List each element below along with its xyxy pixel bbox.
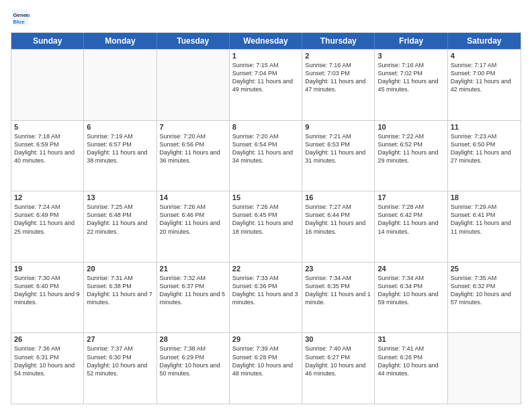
svg-text:Blue: Blue <box>13 19 26 25</box>
cal-cell-1-0: 5Sunrise: 7:18 AMSunset: 6:59 PMDaylight… <box>11 121 84 191</box>
cal-cell-2-4: 16Sunrise: 7:27 AMSunset: 6:44 PMDayligh… <box>302 191 375 262</box>
day-info: Sunrise: 7:15 AMSunset: 7:04 PMDaylight:… <box>232 61 299 94</box>
day-info: Sunrise: 7:32 AMSunset: 6:37 PMDaylight:… <box>160 274 226 307</box>
day-number: 7 <box>160 123 226 131</box>
day-info: Sunrise: 7:36 AMSunset: 6:31 PMDaylight:… <box>14 345 81 377</box>
day-number: 26 <box>14 335 81 343</box>
day-number: 31 <box>378 335 444 343</box>
header-cell-friday: Friday <box>375 33 447 49</box>
logo-icon: General Blue <box>11 8 30 27</box>
day-number: 4 <box>451 52 518 60</box>
day-info: Sunrise: 7:39 AMSunset: 6:28 PMDaylight:… <box>232 345 299 377</box>
day-info: Sunrise: 7:30 AMSunset: 6:40 PMDaylight:… <box>14 274 81 307</box>
cal-row-1: 5Sunrise: 7:18 AMSunset: 6:59 PMDaylight… <box>11 120 521 191</box>
day-info: Sunrise: 7:24 AMSunset: 6:49 PMDaylight:… <box>14 203 81 236</box>
day-info: Sunrise: 7:40 AMSunset: 6:27 PMDaylight:… <box>305 345 371 377</box>
calendar-header-row: SundayMondayTuesdayWednesdayThursdayFrid… <box>11 33 521 49</box>
cal-row-0: 1Sunrise: 7:15 AMSunset: 7:04 PMDaylight… <box>11 49 521 120</box>
cal-row-3: 19Sunrise: 7:30 AMSunset: 6:40 PMDayligh… <box>11 262 521 333</box>
day-number: 14 <box>160 193 226 201</box>
day-info: Sunrise: 7:34 AMSunset: 6:35 PMDaylight:… <box>305 274 371 307</box>
cal-cell-2-2: 14Sunrise: 7:26 AMSunset: 6:46 PMDayligh… <box>157 191 230 262</box>
day-number: 11 <box>451 123 518 131</box>
header-cell-saturday: Saturday <box>448 33 521 49</box>
day-info: Sunrise: 7:19 AMSunset: 6:57 PMDaylight:… <box>87 132 153 165</box>
day-number: 8 <box>232 123 299 131</box>
cal-cell-2-0: 12Sunrise: 7:24 AMSunset: 6:49 PMDayligh… <box>11 191 84 262</box>
day-info: Sunrise: 7:25 AMSunset: 6:48 PMDaylight:… <box>87 203 153 236</box>
cal-cell-4-0: 26Sunrise: 7:36 AMSunset: 6:31 PMDayligh… <box>11 333 84 404</box>
day-number: 6 <box>87 123 153 131</box>
header-cell-thursday: Thursday <box>302 33 375 49</box>
cal-row-4: 26Sunrise: 7:36 AMSunset: 6:31 PMDayligh… <box>11 332 521 404</box>
day-number: 2 <box>305 52 371 60</box>
day-info: Sunrise: 7:37 AMSunset: 6:30 PMDaylight:… <box>87 345 153 377</box>
day-info: Sunrise: 7:20 AMSunset: 6:56 PMDaylight:… <box>160 132 226 165</box>
cal-row-2: 12Sunrise: 7:24 AMSunset: 6:49 PMDayligh… <box>11 191 521 262</box>
cal-cell-0-0 <box>11 50 84 120</box>
calendar-body: 1Sunrise: 7:15 AMSunset: 7:04 PMDaylight… <box>11 49 521 404</box>
cal-cell-3-3: 22Sunrise: 7:33 AMSunset: 6:36 PMDayligh… <box>230 263 302 333</box>
day-number: 23 <box>305 265 371 273</box>
page: General Blue SundayMondayTuesdayWednesda… <box>0 0 532 411</box>
day-number: 29 <box>232 335 299 343</box>
day-info: Sunrise: 7:34 AMSunset: 6:34 PMDaylight:… <box>378 274 444 307</box>
day-number: 17 <box>378 193 444 201</box>
cal-cell-0-6: 4Sunrise: 7:17 AMSunset: 7:00 PMDaylight… <box>448 50 521 120</box>
day-number: 16 <box>305 193 371 201</box>
day-number: 9 <box>305 123 371 131</box>
cal-cell-2-1: 13Sunrise: 7:25 AMSunset: 6:48 PMDayligh… <box>84 191 157 262</box>
day-number: 28 <box>160 335 226 343</box>
day-number: 15 <box>232 193 299 201</box>
day-info: Sunrise: 7:29 AMSunset: 6:41 PMDaylight:… <box>451 203 518 236</box>
logo: General Blue <box>11 8 32 27</box>
day-info: Sunrise: 7:33 AMSunset: 6:36 PMDaylight:… <box>232 274 299 307</box>
header-cell-monday: Monday <box>84 33 157 49</box>
cal-cell-1-5: 10Sunrise: 7:22 AMSunset: 6:52 PMDayligh… <box>375 121 447 191</box>
cal-cell-1-4: 9Sunrise: 7:21 AMSunset: 6:53 PMDaylight… <box>302 121 375 191</box>
cal-cell-4-6 <box>448 333 521 404</box>
day-info: Sunrise: 7:18 AMSunset: 6:59 PMDaylight:… <box>14 132 81 165</box>
day-number: 27 <box>87 335 153 343</box>
cal-cell-2-5: 17Sunrise: 7:28 AMSunset: 6:42 PMDayligh… <box>375 191 447 262</box>
cal-cell-2-3: 15Sunrise: 7:26 AMSunset: 6:45 PMDayligh… <box>230 191 302 262</box>
day-number: 5 <box>14 123 81 131</box>
day-number: 25 <box>451 265 518 273</box>
day-info: Sunrise: 7:31 AMSunset: 6:38 PMDaylight:… <box>87 274 153 307</box>
header: General Blue <box>11 8 521 27</box>
day-number: 3 <box>378 52 444 60</box>
cal-cell-3-4: 23Sunrise: 7:34 AMSunset: 6:35 PMDayligh… <box>302 263 375 333</box>
cal-cell-0-2 <box>157 50 230 120</box>
day-info: Sunrise: 7:38 AMSunset: 6:29 PMDaylight:… <box>160 345 226 377</box>
day-info: Sunrise: 7:28 AMSunset: 6:42 PMDaylight:… <box>378 203 444 236</box>
header-cell-wednesday: Wednesday <box>230 33 302 49</box>
day-info: Sunrise: 7:27 AMSunset: 6:44 PMDaylight:… <box>305 203 371 236</box>
header-cell-tuesday: Tuesday <box>157 33 230 49</box>
day-info: Sunrise: 7:16 AMSunset: 7:02 PMDaylight:… <box>378 61 444 94</box>
day-number: 13 <box>87 193 153 201</box>
day-number: 24 <box>378 265 444 273</box>
cal-cell-1-3: 8Sunrise: 7:20 AMSunset: 6:54 PMDaylight… <box>230 121 302 191</box>
day-info: Sunrise: 7:41 AMSunset: 6:26 PMDaylight:… <box>378 345 444 377</box>
day-info: Sunrise: 7:23 AMSunset: 6:50 PMDaylight:… <box>451 132 518 165</box>
cal-cell-4-3: 29Sunrise: 7:39 AMSunset: 6:28 PMDayligh… <box>230 333 302 404</box>
cal-cell-3-6: 25Sunrise: 7:35 AMSunset: 6:32 PMDayligh… <box>448 263 521 333</box>
svg-text:General: General <box>13 12 30 18</box>
day-info: Sunrise: 7:26 AMSunset: 6:46 PMDaylight:… <box>160 203 226 236</box>
cal-cell-0-5: 3Sunrise: 7:16 AMSunset: 7:02 PMDaylight… <box>375 50 447 120</box>
day-info: Sunrise: 7:26 AMSunset: 6:45 PMDaylight:… <box>232 203 299 236</box>
cal-cell-3-5: 24Sunrise: 7:34 AMSunset: 6:34 PMDayligh… <box>375 263 447 333</box>
cal-cell-3-0: 19Sunrise: 7:30 AMSunset: 6:40 PMDayligh… <box>11 263 84 333</box>
day-number: 22 <box>232 265 299 273</box>
day-number: 21 <box>160 265 226 273</box>
day-info: Sunrise: 7:16 AMSunset: 7:03 PMDaylight:… <box>305 61 371 94</box>
day-info: Sunrise: 7:21 AMSunset: 6:53 PMDaylight:… <box>305 132 371 165</box>
day-number: 18 <box>451 193 518 201</box>
day-info: Sunrise: 7:20 AMSunset: 6:54 PMDaylight:… <box>232 132 299 165</box>
calendar: SundayMondayTuesdayWednesdayThursdayFrid… <box>11 32 521 404</box>
day-info: Sunrise: 7:35 AMSunset: 6:32 PMDaylight:… <box>451 274 518 307</box>
day-number: 1 <box>232 52 299 60</box>
day-info: Sunrise: 7:22 AMSunset: 6:52 PMDaylight:… <box>378 132 444 165</box>
header-cell-sunday: Sunday <box>11 33 84 49</box>
day-number: 20 <box>87 265 153 273</box>
